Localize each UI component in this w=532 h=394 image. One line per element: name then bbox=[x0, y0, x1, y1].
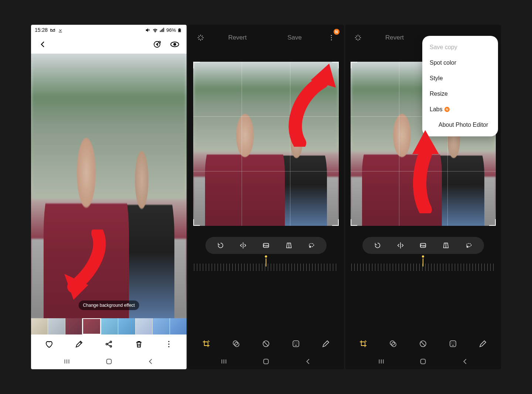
battery-percent: 96% bbox=[166, 27, 176, 33]
gallery-photo-area: Change background effect bbox=[31, 54, 187, 318]
panel-gallery: 15:28 96% bbox=[31, 25, 187, 369]
recents-nav[interactable] bbox=[63, 357, 71, 366]
svg-rect-0 bbox=[179, 29, 181, 31]
thumbnail[interactable] bbox=[65, 318, 82, 334]
delete-button[interactable] bbox=[132, 337, 146, 351]
svg-point-9 bbox=[168, 343, 169, 344]
edit-button[interactable] bbox=[72, 337, 86, 351]
panel-editor-menu: Revert Save copy Spot color Style Resize… bbox=[345, 25, 501, 369]
nav-bar bbox=[345, 354, 501, 369]
svg-point-8 bbox=[168, 341, 169, 342]
back-button[interactable] bbox=[36, 38, 50, 51]
svg-point-2 bbox=[159, 41, 161, 43]
editor-header: Revert Save N bbox=[188, 25, 344, 51]
home-nav[interactable] bbox=[262, 357, 270, 366]
editor-bottom-tabs bbox=[345, 334, 501, 354]
flip-horizontal-tool[interactable] bbox=[395, 240, 406, 251]
auto-enhance-button[interactable] bbox=[194, 31, 207, 44]
svg-point-24 bbox=[297, 343, 297, 343]
svg-text:Free: Free bbox=[421, 244, 426, 247]
svg-rect-25 bbox=[264, 359, 269, 364]
mute-icon bbox=[145, 27, 151, 33]
svg-rect-33 bbox=[450, 341, 456, 347]
menu-resize[interactable]: Resize bbox=[422, 86, 498, 102]
lasso-tool[interactable] bbox=[463, 240, 474, 251]
filters-tab[interactable] bbox=[387, 338, 399, 350]
status-time: 15:28 bbox=[35, 27, 48, 33]
menu-about-label: About Photo Editor bbox=[430, 122, 488, 128]
menu-about[interactable]: About Photo Editor bbox=[422, 117, 498, 133]
battery-icon bbox=[177, 27, 183, 33]
svg-point-29 bbox=[467, 246, 468, 248]
svg-point-35 bbox=[454, 343, 454, 343]
thumbnail[interactable] bbox=[118, 318, 135, 334]
rotation-ruler[interactable] bbox=[194, 258, 338, 271]
perspective-tool[interactable] bbox=[283, 240, 294, 251]
revert-button[interactable]: Revert bbox=[210, 34, 265, 41]
thumbnail[interactable] bbox=[153, 318, 169, 334]
draw-tab[interactable] bbox=[320, 338, 332, 350]
adjust-tab[interactable] bbox=[417, 338, 429, 350]
wifi-icon bbox=[152, 27, 158, 33]
menu-style[interactable]: Style bbox=[422, 71, 498, 86]
details-button[interactable] bbox=[168, 38, 181, 51]
rotate-tool[interactable] bbox=[215, 240, 226, 251]
svg-point-1 bbox=[154, 41, 160, 47]
thumbnail-current[interactable] bbox=[82, 318, 100, 334]
thumbnail[interactable] bbox=[101, 318, 118, 334]
panel-editor: Revert Save N bbox=[188, 25, 344, 369]
thumbnail[interactable] bbox=[31, 318, 48, 334]
home-nav[interactable] bbox=[419, 357, 427, 366]
nav-bar bbox=[31, 354, 187, 369]
aspect-ratio-tool[interactable]: Free bbox=[417, 240, 429, 251]
rotate-tool[interactable] bbox=[372, 240, 383, 251]
gallery-action-bar bbox=[31, 334, 187, 354]
menu-spot-color[interactable]: Spot color bbox=[422, 55, 498, 71]
background-effect-tooltip: Change background effect bbox=[78, 300, 139, 310]
draw-tab[interactable] bbox=[477, 338, 489, 350]
back-nav[interactable] bbox=[147, 357, 155, 366]
crop-frame[interactable] bbox=[193, 62, 338, 226]
svg-point-18 bbox=[310, 246, 311, 248]
lasso-tool[interactable] bbox=[306, 240, 317, 251]
svg-point-13 bbox=[331, 37, 332, 38]
labs-new-badge: N bbox=[444, 107, 450, 112]
recents-nav[interactable] bbox=[220, 357, 228, 366]
thumbnail-strip[interactable] bbox=[31, 318, 187, 334]
auto-enhance-button[interactable] bbox=[351, 31, 365, 44]
recents-nav[interactable] bbox=[377, 357, 385, 366]
home-nav[interactable] bbox=[105, 357, 113, 366]
save-button[interactable]: Save bbox=[267, 34, 322, 41]
remaster-button[interactable] bbox=[150, 38, 164, 51]
stickers-tab[interactable] bbox=[447, 338, 459, 350]
editor-canvas[interactable] bbox=[193, 62, 338, 226]
flip-horizontal-tool[interactable] bbox=[238, 240, 249, 251]
back-nav[interactable] bbox=[304, 357, 312, 366]
crop-tab[interactable] bbox=[200, 338, 212, 350]
thumbnail[interactable] bbox=[48, 318, 65, 334]
svg-rect-11 bbox=[106, 359, 111, 364]
new-badge: N bbox=[334, 29, 340, 35]
perspective-tool[interactable] bbox=[440, 240, 451, 251]
thumbnail[interactable] bbox=[170, 318, 187, 334]
crop-tool-pill: Free bbox=[362, 237, 484, 254]
back-nav[interactable] bbox=[461, 357, 469, 366]
rotation-ruler[interactable] bbox=[351, 258, 495, 271]
filters-tab[interactable] bbox=[230, 338, 242, 350]
svg-point-14 bbox=[331, 40, 332, 41]
svg-point-12 bbox=[331, 35, 332, 36]
crop-tab[interactable] bbox=[357, 338, 369, 350]
revert-button[interactable]: Revert bbox=[368, 34, 422, 41]
gmail-icon bbox=[50, 27, 55, 33]
share-button[interactable] bbox=[102, 337, 116, 351]
aspect-ratio-tool[interactable]: Free bbox=[260, 240, 272, 251]
svg-rect-22 bbox=[293, 341, 299, 347]
favorite-button[interactable] bbox=[42, 337, 56, 351]
menu-labs[interactable]: Labs N bbox=[422, 102, 498, 117]
stickers-tab[interactable] bbox=[290, 338, 302, 350]
more-button[interactable] bbox=[162, 337, 175, 351]
svg-point-4 bbox=[174, 43, 177, 46]
thumbnail[interactable] bbox=[136, 318, 152, 334]
adjust-tab[interactable] bbox=[260, 338, 272, 350]
photo[interactable]: Change background effect bbox=[31, 54, 187, 318]
